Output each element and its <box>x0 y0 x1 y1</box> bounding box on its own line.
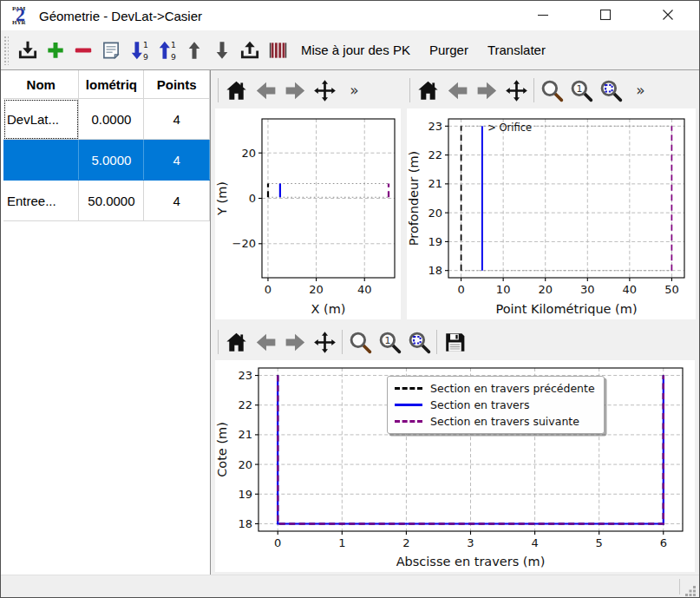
main-toolbar: 1919Mise à jour des PKPurgerTranslater <box>1 30 699 70</box>
svg-text:1: 1 <box>384 334 390 345</box>
status-bar <box>1 575 699 598</box>
pan-icon <box>312 330 337 355</box>
legend-entry: Section en travers <box>395 397 595 413</box>
svg-text:23: 23 <box>238 369 252 382</box>
svg-text:2: 2 <box>402 536 409 549</box>
table-cell[interactable]: 5.0000 <box>79 140 144 181</box>
purger-button[interactable]: Purger <box>422 38 476 62</box>
svg-text:0: 0 <box>457 283 464 296</box>
close-icon <box>658 5 677 27</box>
resize-grip-icon[interactable] <box>685 584 697 595</box>
legend-label: Section en travers précédente <box>430 382 595 395</box>
toolbar-drag-handle[interactable] <box>3 36 9 65</box>
chart-legend: Section en travers précédenteSection en … <box>387 376 605 434</box>
forward-button[interactable] <box>280 326 310 358</box>
zoom-one-button[interactable]: 1 <box>566 75 596 106</box>
overflow-button[interactable]: » <box>339 75 369 106</box>
svg-text:1: 1 <box>338 536 345 549</box>
sort-descending-button[interactable]: 19 <box>154 36 180 64</box>
legend-label: Section en travers <box>430 398 529 411</box>
table-row[interactable]: Entree...50.00004 <box>3 181 210 221</box>
remove-button[interactable] <box>70 36 96 64</box>
svg-text:9: 9 <box>143 51 148 61</box>
move-up-button[interactable] <box>181 36 207 64</box>
svg-text:0: 0 <box>265 283 271 296</box>
toolbar-separator <box>218 330 219 354</box>
edit-button[interactable] <box>98 36 124 64</box>
table-cell[interactable] <box>3 140 79 181</box>
legend-entry: Section en travers précédente <box>395 380 595 397</box>
sort-ascending-button[interactable]: 19 <box>126 36 152 64</box>
toolbar-separator <box>533 78 534 102</box>
column-header-0[interactable]: Nom <box>3 70 79 99</box>
close-button[interactable] <box>637 1 699 30</box>
minimize-button[interactable] <box>512 1 574 30</box>
back-icon <box>253 330 278 355</box>
zoom-rect-button[interactable] <box>404 326 434 358</box>
column-header-2[interactable]: Points <box>144 70 210 99</box>
svg-text:−20: −20 <box>232 237 256 250</box>
statusbar-separator <box>679 579 680 595</box>
back-button[interactable] <box>251 326 280 358</box>
home-button[interactable] <box>413 75 442 106</box>
pan-button[interactable] <box>310 326 339 358</box>
svg-text:1: 1 <box>143 39 148 49</box>
update-pk-stripes-button[interactable] <box>265 36 291 64</box>
add-button[interactable] <box>43 36 69 64</box>
pan-button[interactable] <box>310 75 339 106</box>
table-cell[interactable]: Entree... <box>3 181 79 221</box>
home-icon <box>415 78 441 103</box>
maximize-button[interactable] <box>574 1 637 30</box>
table-cell[interactable]: 50.0000 <box>79 181 144 221</box>
svg-text:21: 21 <box>238 428 252 441</box>
pan-button[interactable] <box>501 75 531 106</box>
table-cell[interactable]: 4 <box>144 99 210 140</box>
svg-text:»: » <box>350 81 358 98</box>
table-cell[interactable]: 0.0000 <box>79 99 144 140</box>
profil-long-chart[interactable]: 01020304050181920212223Point Kilométriqu… <box>407 108 696 319</box>
forward-button[interactable] <box>472 75 501 106</box>
overflow-icon: » <box>628 78 653 103</box>
zoom-rect-button[interactable] <box>596 75 625 106</box>
svg-text:Y (m): Y (m) <box>215 181 229 216</box>
translater-button[interactable]: Translater <box>480 38 553 62</box>
maximize-icon <box>596 5 615 27</box>
table-row[interactable]: 5.00004 <box>3 140 210 181</box>
svg-text:20: 20 <box>538 283 553 296</box>
back-button[interactable] <box>251 75 280 106</box>
import-button[interactable] <box>15 36 41 64</box>
save-icon <box>442 330 468 355</box>
plan-view-chart[interactable]: 02040−20020X (m)Y (m) <box>215 108 401 319</box>
zoom-button[interactable] <box>537 75 566 106</box>
forward-button[interactable] <box>280 75 310 106</box>
table-cell[interactable]: 4 <box>144 140 210 181</box>
back-button[interactable] <box>442 75 472 106</box>
overflow-button[interactable]: » <box>625 75 655 106</box>
save-button[interactable] <box>440 326 469 358</box>
table-header-row: NomlométriqPoints <box>3 70 210 99</box>
svg-text:> Orifice: > Orifice <box>487 122 532 134</box>
svg-text:20: 20 <box>241 147 256 160</box>
table-cell[interactable]: 4 <box>144 181 210 221</box>
svg-text:19: 19 <box>428 235 442 248</box>
svg-text:40: 40 <box>623 283 638 296</box>
column-header-1[interactable]: lométriq <box>79 70 144 99</box>
svg-text:30: 30 <box>580 283 595 296</box>
section-travers-toolbar: 1 <box>215 324 700 360</box>
svg-text:21: 21 <box>428 177 442 190</box>
home-button[interactable] <box>221 75 251 106</box>
svg-text:Cote (m): Cote (m) <box>215 422 229 477</box>
zoom-one-button[interactable]: 1 <box>375 326 404 358</box>
svg-text:18: 18 <box>428 264 442 277</box>
toolbar-separator <box>342 330 343 354</box>
app-logo-icon: PAM 2 HYR <box>11 5 32 26</box>
svg-text:20: 20 <box>309 283 324 296</box>
home-button[interactable] <box>221 326 251 358</box>
table-cell[interactable]: DevLat... <box>3 99 79 140</box>
zoom-button[interactable] <box>345 326 375 358</box>
export-button[interactable] <box>237 36 263 64</box>
table-row[interactable]: DevLat...0.00004 <box>3 99 210 140</box>
update-pk-button[interactable]: Mise à jour des PK <box>293 38 418 62</box>
move-down-button[interactable] <box>209 36 235 64</box>
profil-long-toolbar: 1» <box>407 72 700 108</box>
